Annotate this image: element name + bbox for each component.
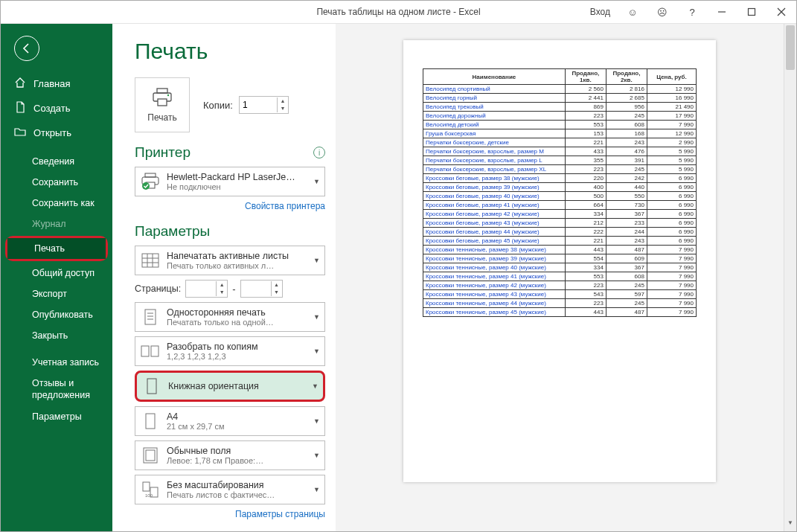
svg-rect-26 bbox=[146, 450, 155, 461]
new-file-icon bbox=[14, 101, 26, 115]
copies-field[interactable] bbox=[240, 97, 277, 112]
print-main: Печать Печать Копии: ▲ bbox=[112, 24, 796, 531]
printer-status: Не подключен bbox=[167, 182, 304, 191]
svg-text:100: 100 bbox=[145, 493, 153, 498]
svg-rect-22 bbox=[151, 346, 159, 356]
sidebar-item-history[interactable]: Журнал bbox=[1, 214, 112, 234]
svg-rect-4 bbox=[157, 89, 167, 93]
sign-in-link[interactable]: Вход bbox=[586, 7, 615, 17]
copies-label: Копии: bbox=[203, 100, 233, 111]
sidebar-item-label: Параметры bbox=[32, 411, 82, 422]
print-button-label: Печать bbox=[147, 112, 176, 123]
vertical-scrollbar[interactable]: ▲ ▼ bbox=[784, 24, 796, 531]
home-icon bbox=[14, 77, 26, 91]
collate-icon bbox=[140, 341, 161, 362]
spin-down-icon[interactable]: ▼ bbox=[272, 289, 282, 296]
sidebar-item-print[interactable]: Печать bbox=[7, 238, 106, 259]
sidebar-item-label: Сохранить как bbox=[32, 198, 95, 208]
sidebar-item-close[interactable]: Закрыть bbox=[1, 325, 112, 346]
annotation-highlight-print: Печать bbox=[5, 236, 108, 261]
chevron-down-icon: ▼ bbox=[313, 347, 320, 355]
sidebar-item-new[interactable]: Создать bbox=[1, 96, 112, 121]
printer-icon bbox=[151, 88, 173, 109]
svg-line-3 bbox=[778, 8, 785, 16]
printer-selector[interactable]: Hewlett-Packard HP LaserJe… Не подключен… bbox=[135, 167, 325, 196]
sidebar-item-label: Опубликовать bbox=[32, 310, 93, 320]
svg-rect-23 bbox=[147, 379, 156, 394]
sidebar-item-account[interactable]: Учетная запись bbox=[1, 352, 112, 373]
printer-properties-link[interactable]: Свойства принтера bbox=[135, 201, 325, 211]
sidebar-item-label: Журнал bbox=[32, 219, 66, 229]
spin-down-icon[interactable]: ▼ bbox=[278, 105, 288, 112]
paper-size-selector[interactable]: A421 см x 29,7 см ▼ bbox=[135, 406, 325, 436]
chevron-down-icon: ▼ bbox=[313, 313, 320, 321]
sidebar-item-label: Печать bbox=[34, 243, 65, 254]
backstage-sidebar: Главная Создать Открыть Сведения Сохрани… bbox=[1, 24, 112, 531]
page-setup-link[interactable]: Параметры страницы bbox=[135, 509, 325, 519]
sidebar-item-share[interactable]: Общий доступ bbox=[1, 263, 112, 283]
help-icon[interactable]: ? bbox=[677, 1, 707, 23]
close-button[interactable] bbox=[766, 1, 796, 23]
sidebar-item-home[interactable]: Главная bbox=[1, 71, 112, 96]
page-to-input[interactable]: ▲▼ bbox=[240, 280, 283, 298]
pages-sep: - bbox=[232, 283, 235, 295]
face-smile-icon[interactable]: ☺ bbox=[618, 1, 647, 23]
page-from-input[interactable]: ▲▼ bbox=[185, 280, 228, 298]
svg-rect-17 bbox=[145, 310, 156, 324]
spin-up-icon[interactable]: ▲ bbox=[217, 281, 227, 289]
sides-selector[interactable]: Односторонняя печатьПечатать только на о… bbox=[135, 302, 325, 332]
svg-point-11 bbox=[142, 182, 150, 190]
sheets-icon bbox=[140, 250, 161, 271]
svg-rect-24 bbox=[146, 414, 155, 429]
info-icon[interactable]: i bbox=[313, 147, 325, 158]
svg-rect-27 bbox=[143, 482, 150, 491]
pages-label: Страницы: bbox=[135, 283, 181, 294]
svg-rect-12 bbox=[142, 254, 159, 267]
svg-rect-21 bbox=[141, 346, 149, 356]
spin-up-icon[interactable]: ▲ bbox=[278, 97, 288, 105]
titlebar: Печать таблицы на одном листе - Excel Вх… bbox=[1, 1, 796, 24]
svg-rect-6 bbox=[158, 99, 167, 106]
back-button[interactable] bbox=[14, 36, 39, 61]
scaling-selector[interactable]: 100 Без масштабированияПечать листов с ф… bbox=[135, 475, 325, 504]
collate-selector[interactable]: Разобрать по копиям1,2,3 1,2,3 1,2,3 ▼ bbox=[135, 336, 325, 366]
print-settings-pane: Печать Печать Копии: ▲ bbox=[112, 24, 336, 531]
minimize-button[interactable] bbox=[707, 1, 737, 23]
copies-input[interactable]: ▲ ▼ bbox=[239, 96, 289, 114]
maximize-button[interactable] bbox=[737, 1, 766, 23]
scale-icon: 100 bbox=[140, 479, 161, 500]
sidebar-item-label: Сведения bbox=[32, 156, 74, 167]
portrait-icon bbox=[141, 376, 162, 397]
spin-up-icon[interactable]: ▲ bbox=[272, 281, 282, 289]
sidebar-item-feedback[interactable]: Отзывы и предложения bbox=[1, 373, 112, 406]
sidebar-item-label: Экспорт bbox=[32, 289, 67, 299]
page-single-icon bbox=[140, 307, 161, 327]
sidebar-item-label: Открыть bbox=[33, 127, 71, 138]
print-what-selector[interactable]: Напечатать активные листыПечать только а… bbox=[135, 246, 325, 275]
preview-scroll-area[interactable]: НаименованиеПродано, 1кв.Продано, 2кв.Це… bbox=[336, 24, 784, 531]
sidebar-item-publish[interactable]: Опубликовать bbox=[1, 304, 112, 325]
chevron-down-icon: ▼ bbox=[313, 486, 320, 493]
orientation-selector[interactable]: Книжная ориентация ▼ bbox=[135, 371, 325, 402]
settings-heading: Параметры bbox=[135, 223, 210, 240]
chevron-down-icon: ▼ bbox=[313, 178, 320, 185]
face-frown-icon[interactable]: ☹ bbox=[647, 1, 677, 23]
scroll-down-icon[interactable]: ▼ bbox=[784, 519, 796, 531]
margins-selector[interactable]: Обычные поляЛевое: 1,78 см Правое:… ▼ bbox=[135, 440, 325, 470]
sidebar-item-open[interactable]: Открыть bbox=[1, 121, 112, 145]
sidebar-item-info[interactable]: Сведения bbox=[1, 151, 112, 172]
spin-down-icon[interactable]: ▼ bbox=[217, 289, 227, 296]
scrollbar-thumb[interactable] bbox=[786, 25, 795, 70]
sidebar-item-options[interactable]: Параметры bbox=[1, 406, 112, 427]
sidebar-item-export[interactable]: Экспорт bbox=[1, 283, 112, 304]
printer-name: Hewlett-Packard HP LaserJe… bbox=[167, 172, 304, 182]
margins-icon bbox=[140, 445, 161, 466]
sidebar-item-save[interactable]: Сохранить bbox=[1, 172, 112, 193]
page-title: Печать bbox=[135, 39, 325, 64]
print-button[interactable]: Печать bbox=[135, 77, 190, 132]
sidebar-item-saveas[interactable]: Сохранить как bbox=[1, 193, 112, 214]
sidebar-item-label: Главная bbox=[33, 78, 70, 89]
svg-rect-1 bbox=[749, 9, 755, 16]
sidebar-item-label: Создать bbox=[33, 103, 70, 114]
sidebar-item-label: Сохранить bbox=[32, 177, 78, 188]
